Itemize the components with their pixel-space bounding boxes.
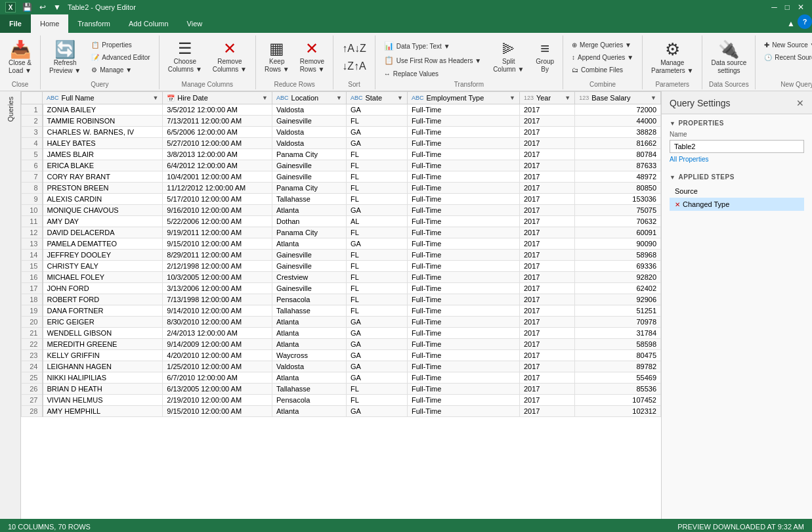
applied-steps-header[interactable]: ▼ APPLIED STEPS [670, 173, 804, 181]
col-header-location[interactable]: ABC Location ▼ [272, 92, 347, 104]
ribbon-collapse[interactable]: ▲ [784, 14, 798, 33]
remove-rows-button[interactable]: ✕ RemoveRows ▼ [295, 38, 330, 76]
data-cell: 2017 [519, 339, 574, 350]
table-row: 7CORY RAY BRANT10/4/2001 12:00:00 AMGain… [22, 171, 661, 183]
year-filter[interactable]: ▼ [565, 95, 570, 101]
manage-parameters-button[interactable]: ⚙ ManageParameters ▼ [647, 38, 698, 78]
properties-collapse-arrow: ▼ [670, 120, 675, 127]
properties-label: Properties [102, 41, 132, 49]
sort-desc-button[interactable]: ↓Z↑A [337, 58, 370, 74]
table-row: 19DANA FORTNER9/14/2010 12:00:00 AMTalla… [22, 305, 661, 317]
name-input[interactable] [670, 140, 804, 153]
remove-columns-label: RemoveColumns ▼ [213, 58, 247, 74]
col-header-fullname[interactable]: ABC Full Name ▼ [43, 92, 163, 104]
split-column-button[interactable]: ⫸ SplitColumn ▼ [488, 38, 528, 76]
row-number-cell: 28 [22, 406, 43, 417]
data-cell: Full-Time [407, 384, 519, 395]
applied-steps-label: APPLIED STEPS [678, 173, 734, 181]
data-type-button[interactable]: 📊 Data Type: Text ▼ [379, 39, 486, 53]
table-row: 26BRIAN D HEATH6/13/2005 12:00:00 AMTall… [22, 384, 661, 395]
emptype-type-icon: ABC [412, 95, 424, 101]
col-header-salary[interactable]: 123 Base Salary ▼ [575, 92, 661, 104]
data-cell: 6/13/2005 12:00:00 AM [163, 384, 272, 395]
data-cell: Gainesville [272, 171, 347, 183]
data-cell: 70632 [575, 216, 661, 227]
tab-file[interactable]: File [0, 14, 31, 33]
step-source[interactable]: Source [670, 185, 804, 198]
maximize-btn[interactable]: □ [782, 3, 792, 12]
merge-queries-label: Merge Queries ▼ [580, 41, 631, 49]
query-settings-close[interactable]: ✕ [796, 98, 804, 108]
append-queries-button[interactable]: ↕ Append Queries ▼ [567, 52, 638, 63]
minimize-btn[interactable]: ─ [769, 3, 780, 12]
data-cell: Full-Time [407, 272, 519, 283]
col-header-year[interactable]: 123 Year ▼ [519, 92, 574, 104]
replace-values-button[interactable]: ↔ Replace Values [379, 68, 486, 79]
properties-button[interactable]: 📋 Properties [87, 39, 154, 51]
choose-columns-button[interactable]: ☰ ChooseColumns ▼ [163, 38, 207, 76]
data-cell: 2017 [519, 238, 574, 250]
step-changed-type[interactable]: ✕ Changed Type [670, 198, 804, 211]
data-cell: 107452 [575, 395, 661, 406]
row-number-cell: 14 [22, 250, 43, 261]
col-header-state[interactable]: ABC State ▼ [346, 92, 407, 104]
group-by-button[interactable]: ≡ GroupBy [531, 38, 559, 76]
data-cell: FL [346, 160, 407, 171]
data-cell: 81662 [575, 138, 661, 149]
tab-home[interactable]: Home [31, 14, 68, 33]
refresh-preview-button[interactable]: 🔄 RefreshPreview ▼ [45, 38, 85, 78]
location-filter[interactable]: ▼ [336, 95, 342, 101]
data-cell: Panama City [272, 183, 347, 194]
tab-transform[interactable]: Transform [68, 14, 119, 33]
col-header-hiredate[interactable]: 📅 Hire Date ▼ [163, 92, 272, 104]
data-cell: 9/15/2010 12:00:00 AM [163, 238, 272, 250]
new-source-button[interactable]: ✚ New Source ▼ [759, 39, 812, 51]
keep-rows-button[interactable]: ▦ KeepRows ▼ [260, 38, 294, 76]
close-load-button[interactable]: 📥 Close &Load ▼ [4, 38, 36, 78]
emptype-filter[interactable]: ▼ [509, 95, 515, 101]
hiredate-filter[interactable]: ▼ [262, 95, 268, 101]
grid-scroll[interactable]: ABC Full Name ▼ 📅 Hire Date ▼ [21, 91, 661, 519]
save-btn[interactable]: 💾 [20, 3, 35, 12]
queries-sidebar-label[interactable]: Queries [7, 97, 14, 122]
recent-sources-button[interactable]: 🕒 Recent Sources ▼ [759, 52, 812, 63]
tab-view[interactable]: View [178, 14, 212, 33]
first-row-headers-button[interactable]: 📋 Use First Row as Headers ▼ [379, 54, 486, 67]
data-source-settings-button[interactable]: 🔌 Data sourcesettings [706, 38, 751, 78]
ribbon-group-close-items: 📥 Close &Load ▼ [4, 35, 36, 79]
data-cell: GA [346, 328, 407, 339]
state-filter[interactable]: ▼ [397, 95, 403, 101]
refresh-icon: 🔄 [54, 41, 75, 58]
tab-add-column[interactable]: Add Column [119, 14, 178, 33]
col-header-emptype[interactable]: ABC Employment Type ▼ [407, 92, 519, 104]
data-cell: 7/13/2011 12:00:00 AM [163, 116, 272, 127]
combine-files-button[interactable]: 🗂 Combine Files [567, 64, 638, 76]
manage-button[interactable]: ⚙ Manage ▼ [87, 64, 154, 76]
help-btn[interactable]: ? [798, 14, 812, 29]
data-cell: 2/19/2010 12:00:00 AM [163, 395, 272, 406]
remove-columns-button[interactable]: ✕ RemoveColumns ▼ [208, 38, 251, 76]
all-properties-link[interactable]: All Properties [670, 156, 804, 163]
ribbon-tabs: File Home Transform Add Column View ▲ ? [0, 14, 812, 33]
first-row-headers-icon: 📋 [384, 56, 394, 65]
undo-btn[interactable]: ↩ [37, 3, 49, 12]
table-row: 4HALEY BATES5/27/2010 12:00:00 AMValdost… [22, 138, 661, 149]
properties-section-header[interactable]: ▼ PROPERTIES [670, 120, 804, 127]
data-cell: 2017 [519, 283, 574, 294]
advanced-editor-button[interactable]: 📝 Advanced Editor [87, 52, 154, 63]
data-cell: Full-Time [407, 149, 519, 160]
sort-asc-button[interactable]: ↑A↓Z [337, 41, 370, 56]
merge-queries-button[interactable]: ⊕ Merge Queries ▼ [567, 39, 638, 51]
combine-small-btns: ⊕ Merge Queries ▼ ↕ Append Queries ▼ 🗂 C… [567, 38, 638, 76]
ribbon-group-data-sources-items: 🔌 Data sourcesettings [706, 35, 751, 79]
salary-filter[interactable]: ▼ [651, 95, 656, 101]
step-delete-icon[interactable]: ✕ [675, 201, 680, 208]
data-cell: Atlanta [272, 406, 347, 417]
data-cell: GA [346, 104, 407, 116]
data-cell: 3/13/2006 12:00:00 AM [163, 283, 272, 294]
fullname-filter[interactable]: ▼ [152, 95, 158, 101]
close-window-btn[interactable]: ✕ [795, 3, 807, 12]
quick-access-dropdown[interactable]: ▼ [51, 3, 64, 12]
table-row: 6ERICA BLAKE6/4/2012 12:00:00 AMGainesvi… [22, 160, 661, 171]
data-cell: Valdosta [272, 127, 347, 138]
